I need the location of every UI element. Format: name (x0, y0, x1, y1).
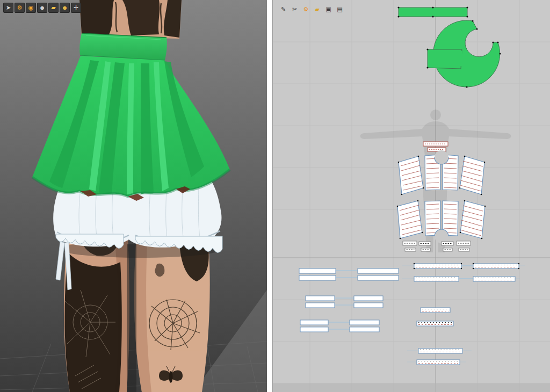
scissors-icon[interactable]: ✂ (290, 4, 300, 14)
avatar-pair-icon[interactable]: ☻ (60, 3, 70, 13)
app-window: ➤ ⚙ ◉ ☻ ▰ ☻ ✛ (0, 0, 550, 392)
export-icon[interactable]: ▤ (335, 4, 345, 14)
pattern-strip[interactable] (417, 360, 460, 365)
fabric-folder-icon[interactable]: ▰ (312, 4, 322, 14)
pattern-box-icon[interactable]: ▣ (323, 4, 334, 14)
pattern-strip[interactable] (414, 277, 459, 281)
panel-splitter[interactable] (267, 0, 272, 392)
pattern-strip[interactable] (358, 268, 399, 273)
pattern-strip[interactable] (299, 275, 336, 280)
fabric-folder-icon[interactable]: ▰ (48, 3, 59, 13)
pen-tool-icon[interactable]: ✎ (278, 4, 288, 14)
between-legs-shadow (127, 244, 136, 392)
pattern-strip[interactable] (358, 275, 399, 280)
pattern-strip[interactable] (418, 349, 462, 353)
3d-scene (0, 0, 267, 392)
skirt-waistband[interactable] (79, 33, 167, 60)
2d-toolbar: ✎ ✂ ⚙ ▰ ▣ ▤ (278, 4, 345, 14)
pattern-strip[interactable] (473, 264, 519, 268)
pattern-strip[interactable] (300, 320, 328, 325)
gear-icon[interactable]: ⚙ (301, 4, 311, 14)
3d-viewport[interactable]: ➤ ⚙ ◉ ☻ ▰ ☻ ✛ (0, 0, 267, 392)
pattern-strip[interactable] (306, 303, 335, 308)
pin-icon[interactable]: ◉ (26, 3, 36, 13)
pose-icon[interactable]: ✛ (71, 3, 81, 13)
3d-toolbar: ➤ ⚙ ◉ ☻ ▰ ☻ ✛ (3, 3, 81, 13)
waistband-pattern-piece[interactable] (397, 6, 468, 17)
2d-pattern-canvas (273, 0, 550, 392)
pattern-strip[interactable] (421, 308, 450, 313)
pattern-strip[interactable] (299, 268, 336, 273)
pattern-strip[interactable] (354, 303, 383, 308)
pattern-strip[interactable] (306, 296, 335, 301)
pattern-strip[interactable] (473, 277, 515, 281)
pattern-strip[interactable] (417, 321, 453, 326)
pattern-strip[interactable] (300, 327, 328, 332)
2d-pattern-editor[interactable]: ✎ ✂ ⚙ ▰ ▣ ▤ (272, 0, 550, 392)
select-cursor-icon[interactable]: ➤ (3, 3, 13, 13)
pattern-strip[interactable] (350, 320, 379, 325)
pattern-strip[interactable] (414, 264, 461, 268)
avatar-torso (79, 0, 182, 39)
pattern-strip[interactable] (350, 327, 379, 332)
pattern-strip[interactable] (354, 296, 383, 301)
gear-icon[interactable]: ⚙ (15, 3, 25, 13)
avatar-icon[interactable]: ☻ (37, 3, 47, 13)
pattern-piece[interactable] (460, 201, 485, 238)
